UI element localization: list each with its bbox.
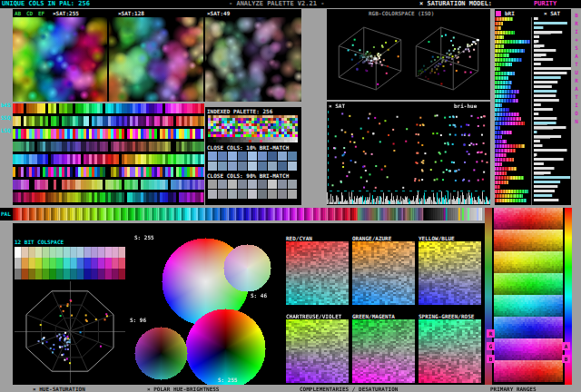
close-color-swatch xyxy=(288,152,297,161)
footer-complementaries: COMPLEMENTARIES / DESATURATION xyxy=(300,386,398,392)
sat255-title: ×SAT:255 xyxy=(53,10,79,16)
orange-azure-gradient xyxy=(352,241,415,305)
app-title: - ANALYZE PALETTE V2.21 - xyxy=(229,0,324,8)
close-color-swatch xyxy=(288,190,297,199)
close-color-swatch xyxy=(278,162,287,171)
sorted-strips-canvas xyxy=(13,103,204,205)
saturation-blobs-panel: AB CD EF ×SAT:255 ×SAT:128 ×SAT:49 xyxy=(13,9,301,102)
rgb-colorspace-title: RGB-COLORSPACE (ISO) xyxy=(369,10,434,16)
close-color-swatch xyxy=(288,180,297,189)
sat-bri-scatter-panel: × SAT bri-hue xyxy=(327,102,490,205)
red-cyan-gradient xyxy=(286,241,349,305)
green-magenta-gradient xyxy=(352,319,415,383)
pair-label: RED/CYAN xyxy=(286,235,312,241)
polar-hue-brightness-panel: S: 255 S: 46 S: 96 S: 255 xyxy=(127,223,284,385)
complementaries-panel: RED/CYAN ORANGE/AZURE YELLOW/BLUE CHARTR… xyxy=(284,223,485,385)
close-color-swatch xyxy=(248,190,257,199)
right-edge-letter: A xyxy=(572,52,581,60)
indexed-palette-grid xyxy=(208,115,299,142)
rgb-colorspace-panel: RGB-COLORSPACE (ISO) xyxy=(327,9,490,100)
hue-saturation-panel: 12 BIT COLSPACE xyxy=(13,223,127,385)
hex-chip-label: CD xyxy=(26,10,33,16)
right-edge-letter: U xyxy=(572,68,581,76)
pair-label: CHARTREUSE/VIOLET xyxy=(286,313,341,319)
right-edge-letter: T xyxy=(572,93,581,101)
close-color-swatch xyxy=(278,180,287,189)
saturation-model-label: × SATURATION MODEL: xyxy=(419,0,492,8)
hue-wheels-canvas xyxy=(127,223,284,385)
bri-hue-title: bri-hue xyxy=(454,103,477,109)
right-edge-letter: O xyxy=(572,109,581,117)
close-color-swatch xyxy=(208,180,217,189)
bri-sat-bars-canvas xyxy=(495,17,571,205)
pal-label-chip: PAL xyxy=(0,208,13,220)
range-chip-r: R xyxy=(487,329,495,338)
close-cols-10-label: CLOSE COLS: 10% BRI-MATCH xyxy=(207,144,289,151)
pal-strip-panel xyxy=(13,208,482,220)
pal-label: PAL xyxy=(1,211,11,217)
sat49-title: ×SAT:49 xyxy=(207,10,230,16)
close-color-swatch xyxy=(238,162,247,171)
close-cols-90-label: CLOSE COLS: 90% BRI-MATCH xyxy=(207,172,289,179)
unique-cols-label: UNIQUE COLS IN PAL: 256 xyxy=(2,0,90,8)
analyze-palette-screen: UNIQUE COLS IN PAL: 256 - ANALYZE PALETT… xyxy=(0,0,581,392)
close-color-swatch xyxy=(228,162,237,171)
saturation-blobs-canvas xyxy=(13,17,301,102)
close-color-swatch xyxy=(278,190,287,199)
close-color-swatch xyxy=(218,180,227,189)
primary-ranges-panel: R G B A B xyxy=(485,208,572,385)
strip-sort-label: LSQ xyxy=(1,127,11,133)
footer-polar-hue-brightness: × POLAR HUE-BRIGHTNESS xyxy=(147,386,219,392)
pair-label: GREEN/MAGENTA xyxy=(352,313,395,319)
pair-label: SPRING-GREEN/ROSE xyxy=(419,313,474,319)
wheel-s255b-label: S: 255 xyxy=(218,377,238,383)
close-color-swatch xyxy=(238,180,247,189)
sat-bars-title: × SAT xyxy=(544,10,560,16)
wheel-s255-label: S: 255 xyxy=(134,234,154,240)
bri-sat-bars-panel: bRI × SAT xyxy=(495,9,571,205)
close-color-swatch xyxy=(268,190,277,199)
wheel-s46-label: S: 46 xyxy=(251,292,267,299)
scatter-canvas xyxy=(327,102,490,205)
right-edge-letter: T xyxy=(572,60,581,68)
pair-label: ORANGE/AZURE xyxy=(352,235,391,241)
hex-chip-label: EF xyxy=(38,10,44,16)
right-edge-letter: + xyxy=(572,35,581,44)
close-color-swatch xyxy=(268,162,277,171)
right-edge-letter: B xyxy=(572,11,581,19)
range-chip-b: B xyxy=(487,355,495,363)
colspace12-grid xyxy=(15,247,125,279)
range-chip-b2: B xyxy=(562,355,570,363)
saturation-model-value: PURITY xyxy=(534,0,556,8)
close-color-swatch xyxy=(228,190,237,199)
yellow-blue-gradient xyxy=(419,241,481,305)
close-color-swatch xyxy=(238,152,247,161)
hue-saturation-polar-canvas xyxy=(15,281,125,383)
right-edge-vertical-title: BRI+SATURATION xyxy=(572,11,581,125)
bars-legend-chip xyxy=(496,11,501,16)
close-color-swatch xyxy=(238,190,247,199)
indexed-palette-panel: INDEXED PALETTE: 256 CLOSE COLS: 10% BRI… xyxy=(205,107,301,205)
close-color-swatch xyxy=(258,190,267,199)
footer-primary-ranges: PRIMARY RANGES xyxy=(490,386,537,392)
close-color-swatch xyxy=(258,162,267,171)
close-cols-10-swatches xyxy=(208,152,298,172)
rgb-cubes-canvas xyxy=(327,16,490,100)
chartreuse-violet-gradient xyxy=(286,319,349,383)
close-color-swatch xyxy=(218,190,227,199)
close-color-swatch xyxy=(208,162,217,171)
close-color-swatch xyxy=(248,180,257,189)
right-edge-letter: R xyxy=(572,19,581,27)
close-color-swatch xyxy=(218,152,227,161)
wheel-s96-label: S: 96 xyxy=(130,317,146,323)
indexed-palette-title: INDEXED PALETTE: 256 xyxy=(207,108,272,114)
bri-bars-title: bRI xyxy=(505,10,515,16)
footer-hue-saturation: × HUE-SATURATION xyxy=(33,386,85,392)
colspace12-title: 12 BIT COLSPACE xyxy=(15,239,64,245)
pair-label: YELLOW/BLUE xyxy=(419,235,455,241)
close-color-swatch xyxy=(248,152,257,161)
close-color-swatch xyxy=(288,162,297,171)
sat-scatter-title: × SAT xyxy=(329,103,345,109)
close-color-swatch xyxy=(258,180,267,189)
range-chip-g: G xyxy=(487,342,495,350)
